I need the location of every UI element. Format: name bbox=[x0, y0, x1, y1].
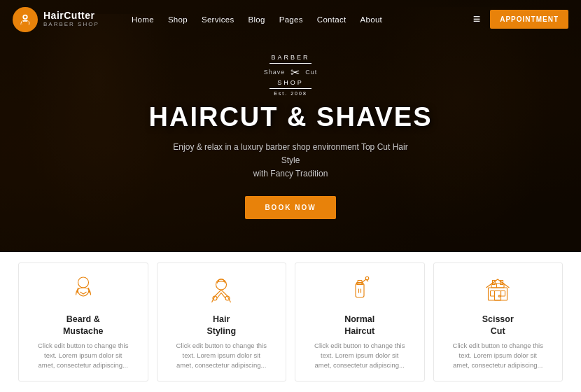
service-card-haircut: NormalHaircut Click edit button to chang… bbox=[295, 262, 425, 382]
service-card-styling: HairStyling Click edit button to change … bbox=[157, 262, 287, 382]
service-title-scissor: ScissorCut bbox=[482, 314, 514, 337]
scissor-cut-icon bbox=[479, 273, 517, 307]
svg-rect-15 bbox=[501, 291, 505, 297]
svg-point-0 bbox=[23, 15, 27, 18]
beard-icon bbox=[64, 273, 102, 307]
hero-subtitle: Enjoy & relax in a luxury barber shop en… bbox=[164, 141, 416, 181]
services-section: Beard &Mustache Click edit button to cha… bbox=[0, 252, 581, 392]
styling-icon bbox=[202, 273, 240, 307]
haircut-icon bbox=[341, 273, 379, 307]
badge-line-bottom bbox=[270, 88, 312, 89]
service-desc-scissor: Click edit button to change this text. L… bbox=[452, 341, 543, 371]
service-title-styling: HairStyling bbox=[206, 314, 236, 337]
nav-pages[interactable]: Pages bbox=[272, 13, 310, 27]
badge-cut: Cut bbox=[305, 69, 317, 76]
logo-icon bbox=[13, 7, 38, 32]
badge-shave: Shave bbox=[264, 69, 286, 76]
badge-shop: SHOP bbox=[277, 79, 304, 86]
nav-blog[interactable]: Blog bbox=[241, 13, 272, 27]
service-title-beard: Beard &Mustache bbox=[63, 314, 104, 337]
nav-contact[interactable]: Contact bbox=[310, 13, 354, 27]
nav-services[interactable]: Services bbox=[195, 13, 241, 27]
brand-name: HairCutter bbox=[43, 10, 99, 21]
nav-about[interactable]: About bbox=[354, 13, 390, 27]
svg-rect-7 bbox=[356, 284, 364, 298]
service-card-beard: Beard &Mustache Click edit button to cha… bbox=[18, 262, 148, 382]
nav-home[interactable]: Home bbox=[125, 13, 161, 27]
badge-line-top bbox=[270, 63, 312, 64]
badge-top: BARBER bbox=[271, 54, 309, 61]
nav-shop[interactable]: Shop bbox=[161, 13, 195, 27]
service-card-scissor: ScissorCut Click edit button to change t… bbox=[433, 262, 564, 382]
nav-right: ≡ APPOINTMENT bbox=[473, 10, 568, 29]
hero-section: HairCutter BARBER SHOP Home Shop Service… bbox=[0, 0, 581, 252]
navbar: HairCutter BARBER SHOP Home Shop Service… bbox=[0, 0, 581, 38]
hero-subtitle-line1: Enjoy & relax in a luxury barber shop en… bbox=[173, 142, 407, 165]
svg-point-9 bbox=[365, 277, 369, 281]
appointment-button[interactable]: APPOINTMENT bbox=[490, 10, 568, 29]
svg-point-1 bbox=[78, 277, 88, 288]
badge-scissors-icon: ✂ bbox=[290, 66, 300, 79]
svg-point-19 bbox=[498, 295, 500, 297]
service-desc-beard: Click edit button to change this text. L… bbox=[38, 341, 129, 371]
hero-title: HAIRCUT & SHAVES bbox=[149, 103, 433, 132]
svg-rect-14 bbox=[491, 291, 495, 297]
service-title-haircut: NormalHaircut bbox=[344, 314, 374, 337]
nav-links: Home Shop Services Blog Pages Contact Ab… bbox=[125, 13, 473, 27]
badge-year: Est. 2008 bbox=[274, 91, 307, 96]
brand-tagline: BARBER SHOP bbox=[43, 22, 99, 28]
svg-rect-17 bbox=[491, 284, 504, 288]
barber-badge: BARBER Shave ✂ Cut SHOP Est. 2008 bbox=[264, 54, 318, 96]
svg-rect-13 bbox=[489, 288, 507, 300]
logo-text: HairCutter BARBER SHOP bbox=[43, 10, 99, 27]
book-now-button[interactable]: BOOK NOW bbox=[245, 196, 335, 219]
hero-subtitle-line2: with Fancy Tradition bbox=[253, 169, 328, 178]
service-desc-styling: Click edit button to change this text. L… bbox=[176, 341, 267, 371]
service-desc-haircut: Click edit button to change this text. L… bbox=[314, 341, 405, 371]
logo: HairCutter BARBER SHOP bbox=[13, 7, 104, 32]
hamburger-icon[interactable]: ≡ bbox=[473, 12, 481, 27]
